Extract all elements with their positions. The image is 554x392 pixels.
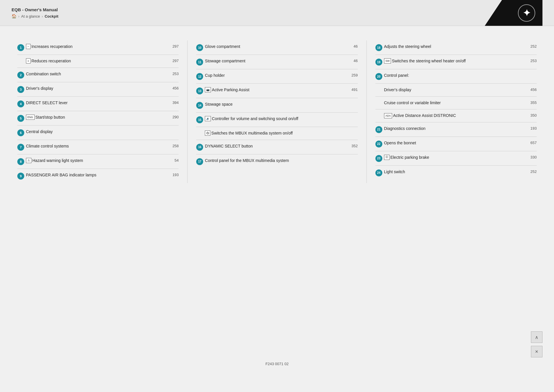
item-label: PASSENGER AIR BAG indicator lamps	[26, 172, 169, 178]
item-page: 252	[528, 44, 537, 49]
list-item: 14 Stowage space	[196, 98, 358, 113]
list-item: 21 Diagnostics connection 193	[375, 122, 537, 137]
scroll-down-button[interactable]: ✕	[531, 346, 542, 357]
item-label: Control panel for the MBUX multimedia sy…	[205, 158, 358, 164]
indent-item: Driver's display 456	[375, 84, 537, 97]
item-label: Hazard warning light system	[32, 158, 171, 164]
indent-item: Cruise control or variable limiter 355	[375, 97, 537, 110]
item-label: Combination switch	[26, 71, 169, 77]
scroll-up-button[interactable]: ∧	[531, 331, 542, 343]
item-page: 193	[170, 172, 179, 178]
item-number: 8	[17, 158, 24, 165]
item-label: Opens the bonnet	[384, 140, 527, 146]
breadcrumb: 🏠 › At a glance › Cockpit	[12, 14, 58, 18]
list-item: 17 Control panel for the MBUX multimedia…	[196, 154, 358, 169]
item-number: 6	[17, 129, 24, 136]
list-item: 22 Opens the bonnet 657	[375, 137, 537, 151]
list-item: 12 Cup holder 259	[196, 69, 358, 84]
main-content: 1 − Increases recuperation 297 + Reduces…	[0, 26, 554, 195]
item-label: Reduces recuperation	[31, 58, 169, 64]
list-item: 18 Adjusts the steering wheel 252	[375, 40, 537, 55]
item-page: 657	[528, 140, 537, 145]
item-label: Central display	[26, 129, 179, 135]
item-number: 22	[375, 141, 382, 148]
ada-icon: ADA	[384, 113, 392, 118]
item-label: Glove compartment	[205, 44, 350, 50]
item-page: 290	[170, 115, 179, 120]
item-number: 12	[196, 73, 203, 80]
item-page: 46	[351, 44, 358, 49]
home-icon[interactable]: 🏠	[12, 14, 16, 18]
list-item: ⏻ Switches the MBUX multimedia system on…	[196, 127, 358, 140]
item-label: Climate control systems	[26, 143, 169, 149]
epb-icon: ⓪	[384, 155, 390, 160]
power-icon: ⏻	[205, 130, 210, 136]
item-label: Adjusts the steering wheel	[384, 44, 527, 50]
list-item: 16 DYNAMIC SELECT button 352	[196, 140, 358, 154]
item-page: 355	[528, 100, 537, 105]
item-label: Driver's display	[26, 86, 169, 92]
list-item: 19 SW Switches the steering wheel heater…	[375, 55, 537, 69]
item-label: Active Distance Assist DISTRONIC	[393, 113, 527, 119]
item-number: 19	[375, 59, 382, 66]
list-item: 7 Climate control systems 258	[17, 140, 179, 154]
sep2: ›	[42, 14, 43, 18]
item-page: 54	[172, 158, 179, 163]
item-label: Cruise control or variable limiter	[384, 100, 527, 106]
list-item: 2 Combination switch 253	[17, 68, 179, 82]
list-item: 4 DIRECT SELECT lever 394	[17, 97, 179, 111]
item-number: 18	[375, 44, 382, 51]
manual-title: EQB - Owner's Manual	[12, 7, 58, 12]
footer: F243 0071 02	[0, 353, 554, 375]
list-item: 6 Central display	[17, 126, 179, 140]
item-label: Stowage space	[205, 102, 358, 107]
scroll-controls: ∧ ✕	[531, 331, 542, 357]
item-number: 23	[375, 155, 382, 162]
engine-icon: ENG	[26, 115, 35, 120]
page-header: EQB - Owner's Manual 🏠 › At a glance › C…	[0, 0, 554, 26]
item-label: Light switch	[384, 169, 527, 175]
list-item: 24 Light switch 252	[375, 166, 537, 180]
item-page: 46	[351, 58, 358, 64]
item-page: 352	[349, 143, 358, 149]
item-number: 4	[17, 100, 24, 107]
item-number: 11	[196, 59, 203, 66]
list-item: 11 Stowage compartment 46	[196, 55, 358, 69]
list-item: 13 📷 Active Parking Assist 491	[196, 84, 358, 98]
item-label: Switches the MBUX multimedia system on/o…	[211, 130, 358, 136]
item-label: Electric parking brake	[390, 155, 527, 160]
item-number: 13	[196, 87, 203, 94]
item-page: 456	[170, 86, 179, 91]
item-page: 394	[170, 100, 179, 105]
item-number: 3	[17, 86, 24, 93]
list-item: + Reduces recuperation 297	[17, 55, 179, 68]
column-2: 10 Glove compartment 46 11 Stowage compa…	[188, 40, 366, 183]
column-1: 1 − Increases recuperation 297 + Reduces…	[17, 40, 188, 183]
item-page: 252	[528, 169, 537, 174]
item-page: 456	[528, 87, 537, 92]
mercedes-star-icon: ✦	[518, 4, 535, 22]
item-number: 21	[375, 126, 382, 133]
item-page: 330	[528, 155, 537, 160]
item-number: 1	[17, 44, 24, 51]
item-number: 24	[375, 169, 382, 176]
item-number: 17	[196, 158, 203, 165]
item-page: 258	[170, 143, 179, 149]
list-item: 1 − Increases recuperation 297	[17, 40, 179, 55]
item-page: 259	[349, 73, 358, 78]
item-page: 350	[528, 113, 537, 118]
item-label: Control panel:	[384, 73, 537, 79]
item-label: Cup holder	[205, 73, 348, 79]
item-number: 9	[17, 173, 24, 180]
item-number: 5	[17, 115, 24, 122]
list-item: 10 Glove compartment 46	[196, 40, 358, 55]
item-number: 7	[17, 144, 24, 151]
item-page: 193	[528, 126, 537, 131]
item-label: Controller for volume and switching soun…	[212, 116, 358, 122]
header-logo-area: ✦	[485, 0, 542, 26]
breadcrumb-at-a-glance[interactable]: At a glance	[21, 14, 40, 18]
item-label: DIRECT SELECT lever	[26, 100, 169, 106]
item-label: DYNAMIC SELECT button	[205, 143, 348, 149]
list-item: 15 🔊 Controller for volume and switching…	[196, 113, 358, 127]
hazard-icon: ⚠	[26, 158, 31, 163]
